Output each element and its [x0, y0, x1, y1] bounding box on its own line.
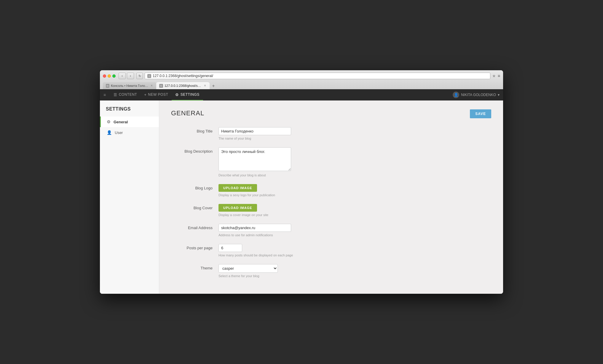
blog-cover-field: UPLOAD IMAGE Display a cover image on yo…: [218, 204, 385, 217]
browser-nav-buttons: ‹ ›: [119, 73, 134, 79]
settings-sidebar: SETTINGS ⚙ General 👤 User: [100, 100, 159, 294]
blog-description-input[interactable]: Это просто личный блог.: [218, 147, 291, 171]
theme-row: Theme casper Select a theme for your blo…: [171, 264, 385, 278]
user-icon: 👤: [107, 130, 112, 135]
browser-menu-icon[interactable]: ≡: [498, 74, 500, 78]
tab-close-2[interactable]: ×: [204, 84, 206, 88]
forward-icon: ›: [130, 74, 131, 78]
maximize-button[interactable]: [112, 74, 116, 78]
browser-controls: ‹ › ↻ G 127.0.0.1:2368/ghost/settings/ge…: [103, 73, 500, 79]
theme-select[interactable]: casper: [218, 264, 278, 273]
blog-logo-upload-button[interactable]: UPLOAD IMAGE: [218, 184, 257, 192]
posts-per-page-input[interactable]: [218, 244, 242, 252]
posts-per-page-field: How many posts should be displayed on ea…: [218, 244, 385, 257]
blog-title-label: Blog Title: [171, 127, 218, 133]
email-address-field: Address to use for admin notifications: [218, 224, 385, 237]
blog-cover-hint: Display a cover image on your site: [218, 213, 385, 217]
back-icon: ‹: [122, 74, 123, 78]
new-post-icon: +: [144, 92, 146, 97]
blog-logo-hint: Display a sexy logo for your publication: [218, 193, 385, 197]
blog-description-hint: Describe what your blog is about: [218, 173, 385, 177]
close-button[interactable]: [103, 74, 106, 78]
tab-favicon-2: G: [159, 84, 163, 88]
email-address-row: Email Address Address to use for admin n…: [171, 224, 385, 237]
blog-cover-label: Blog Cover: [171, 204, 218, 210]
email-address-label: Email Address: [171, 224, 218, 230]
new-tab-button[interactable]: +: [210, 83, 217, 89]
minimize-button[interactable]: [108, 74, 111, 78]
posts-per-page-label: Posts per page: [171, 244, 218, 250]
settings-icon: ⚙: [175, 92, 179, 97]
user-chevron-icon: ▾: [498, 93, 500, 97]
theme-field: casper Select a theme for your blog: [218, 264, 385, 278]
browser-titlebar: ‹ › ↻ G 127.0.0.1:2368/ghost/settings/ge…: [100, 70, 503, 89]
theme-label: Theme: [171, 264, 218, 270]
browser-tab-1[interactable]: G Консоль • Никита Голоде… ×: [103, 82, 156, 89]
refresh-icon: ↻: [138, 74, 141, 78]
email-address-input[interactable]: [218, 224, 291, 232]
app-body: SETTINGS ⚙ General 👤 User GENERAL SAVE B…: [100, 100, 503, 294]
tab-label-2: 127.0.0.1:2368/ghost/se…: [165, 84, 202, 87]
theme-hint: Select a theme for your blog: [218, 274, 385, 278]
bookmark-icon[interactable]: ★: [492, 74, 496, 78]
browser-dots: [103, 74, 116, 78]
blog-title-hint: The name of your blog: [218, 137, 385, 140]
content-icon: ☰: [114, 92, 117, 97]
posts-per-page-hint: How many posts should be displayed on ea…: [218, 253, 385, 257]
browser-tabs: G Консоль • Никита Голоде… × G 127.0.0.1…: [103, 82, 500, 89]
sidebar-item-new-post[interactable]: + NEW POST: [141, 89, 172, 100]
blog-logo-field: UPLOAD IMAGE Display a sexy logo for you…: [218, 184, 385, 197]
save-button[interactable]: SAVE: [470, 109, 491, 118]
blog-title-field: The name of your blog: [218, 127, 385, 140]
tab-favicon-1: G: [106, 84, 109, 88]
back-button[interactable]: ‹: [119, 73, 126, 79]
browser-tab-2[interactable]: G 127.0.0.1:2368/ghost/se… ×: [156, 82, 210, 89]
forward-button[interactable]: ›: [127, 73, 134, 79]
posts-per-page-row: Posts per page How many posts should be …: [171, 244, 385, 257]
app-navbar: ≡ ☰ CONTENT + NEW POST ⚙ SETTINGS 👤 NIKI…: [100, 89, 503, 100]
page-title: GENERAL: [171, 109, 204, 117]
user-name: NIKITA GOLODENKO: [461, 93, 496, 97]
blog-description-label: Blog Description: [171, 147, 218, 154]
blog-title-input[interactable]: [218, 127, 291, 135]
refresh-button[interactable]: ↻: [136, 73, 143, 79]
content-label: CONTENT: [119, 92, 137, 97]
page-header: GENERAL SAVE: [171, 109, 491, 118]
general-icon: ⚙: [107, 119, 111, 124]
blog-description-field: Это просто личный блог. Describe what yo…: [218, 147, 385, 177]
blog-cover-upload-button[interactable]: UPLOAD IMAGE: [218, 204, 257, 212]
email-address-hint: Address to use for admin notifications: [218, 233, 385, 237]
sidebar-item-content[interactable]: ☰ CONTENT: [110, 89, 141, 100]
sidebar-item-user[interactable]: 👤 User: [100, 127, 159, 138]
general-form: Blog Title The name of your blog Blog De…: [171, 127, 385, 278]
user-menu[interactable]: 👤 NIKITA GOLODENKO ▾: [453, 92, 500, 98]
tab-label-1: Консоль • Никита Голоде…: [111, 84, 149, 87]
sidebar-title: SETTINGS: [100, 106, 159, 116]
sidebar-general-label: General: [114, 120, 128, 124]
blog-title-row: Blog Title The name of your blog: [171, 127, 385, 140]
address-favicon: G: [147, 74, 151, 78]
sidebar-user-label: User: [115, 130, 123, 135]
sidebar-item-general[interactable]: ⚙ General: [100, 116, 159, 127]
blog-logo-row: Blog Logo UPLOAD IMAGE Display a sexy lo…: [171, 184, 385, 197]
blog-logo-label: Blog Logo: [171, 184, 218, 190]
address-text: 127.0.0.1:2368/ghost/settings/general/: [153, 74, 213, 78]
address-bar[interactable]: G 127.0.0.1:2368/ghost/settings/general/: [145, 73, 490, 79]
tab-close-1[interactable]: ×: [151, 84, 153, 88]
blog-description-row: Blog Description Это просто личный блог.…: [171, 147, 385, 177]
user-avatar-icon: 👤: [453, 92, 459, 98]
blog-cover-row: Blog Cover UPLOAD IMAGE Display a cover …: [171, 204, 385, 217]
sidebar-item-settings[interactable]: ⚙ SETTINGS: [172, 89, 203, 100]
settings-label: SETTINGS: [181, 92, 200, 97]
main-content: GENERAL SAVE Blog Title The name of your…: [159, 100, 503, 294]
browser-window: ‹ › ↻ G 127.0.0.1:2368/ghost/settings/ge…: [100, 70, 503, 294]
new-post-label: NEW POST: [148, 92, 168, 97]
hamburger-icon[interactable]: ≡: [103, 92, 106, 97]
